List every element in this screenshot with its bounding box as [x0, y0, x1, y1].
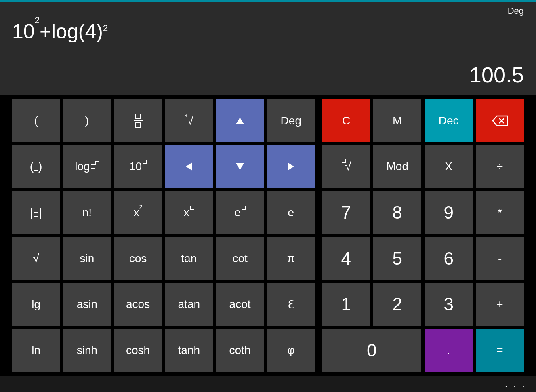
fraction-button[interactable]: [114, 99, 162, 142]
parentheses-placeholder-button[interactable]: (): [12, 145, 60, 188]
sqrt-button[interactable]: √: [12, 237, 60, 280]
x-squared-label: x2: [134, 206, 143, 219]
backspace-icon: [492, 115, 508, 126]
svg-marker-3: [288, 162, 294, 171]
log-base-label: log: [75, 160, 99, 173]
open-paren-button[interactable]: (: [12, 99, 60, 142]
cot-button[interactable]: cot: [216, 237, 264, 280]
arrow-left-icon: [185, 162, 193, 171]
e-power-button[interactable]: e: [216, 191, 264, 234]
cube-root-button[interactable]: 3√: [165, 99, 213, 142]
fraction-icon: [134, 114, 143, 128]
log-base-button[interactable]: log: [63, 145, 111, 188]
expression-part: 10: [12, 20, 35, 43]
angle-mode-button[interactable]: Deg: [267, 99, 315, 142]
factorial-button[interactable]: n!: [63, 191, 111, 234]
add-button[interactable]: +: [476, 283, 524, 326]
digit-4-button[interactable]: 4: [322, 237, 370, 280]
dec-mode-button[interactable]: Dec: [425, 99, 473, 142]
digit-2-button[interactable]: 2: [373, 283, 421, 326]
more-icon: . . .: [505, 378, 526, 390]
ten-power-button[interactable]: 10: [114, 145, 162, 188]
acot-button[interactable]: acot: [216, 283, 264, 326]
ten-power-label: 10: [129, 160, 147, 173]
display-area: Deg 102+log(4)2 100.5: [0, 2, 536, 95]
tan-button[interactable]: tan: [165, 237, 213, 280]
x-variable-button[interactable]: X: [425, 145, 473, 188]
nth-root-icon: √: [341, 160, 351, 173]
expression-text: 102+log(4)2: [12, 20, 108, 43]
digit-6-button[interactable]: 6: [425, 237, 473, 280]
lg-button[interactable]: lg: [12, 283, 60, 326]
digit-9-button[interactable]: 9: [425, 191, 473, 234]
absolute-value-button[interactable]: ||: [12, 191, 60, 234]
paren-box-icon: (): [30, 160, 42, 173]
epsilon-button[interactable]: Ɛ: [267, 283, 315, 326]
abs-icon: ||: [30, 206, 42, 219]
arrow-right-button[interactable]: [267, 145, 315, 188]
sinh-button[interactable]: sinh: [63, 329, 111, 372]
calculator-app: Deg 102+log(4)2 100.5 ( ) 3√ Deg (): [0, 0, 536, 392]
expression-part: +log(4): [40, 20, 103, 43]
close-paren-button[interactable]: ): [63, 99, 111, 142]
divide-button[interactable]: ÷: [476, 145, 524, 188]
digit-0-button[interactable]: 0: [322, 329, 421, 372]
clear-button[interactable]: C: [322, 99, 370, 142]
digit-3-button[interactable]: 3: [425, 283, 473, 326]
x-power-label: x: [184, 206, 194, 219]
sin-button[interactable]: sin: [63, 237, 111, 280]
digit-1-button[interactable]: 1: [322, 283, 370, 326]
coth-button[interactable]: coth: [216, 329, 264, 372]
equals-button[interactable]: =: [476, 329, 524, 372]
asin-button[interactable]: asin: [63, 283, 111, 326]
digit-5-button[interactable]: 5: [373, 237, 421, 280]
svg-marker-2: [236, 163, 244, 170]
mod-button[interactable]: Mod: [373, 145, 421, 188]
scientific-panel: ( ) 3√ Deg () log 10: [12, 99, 315, 372]
angle-mode-label: Deg: [508, 6, 524, 16]
arrow-up-icon: [235, 117, 245, 125]
result-text: 100.5: [469, 62, 524, 87]
cosh-button[interactable]: cosh: [114, 329, 162, 372]
multiply-button[interactable]: *: [476, 191, 524, 234]
tanh-button[interactable]: tanh: [165, 329, 213, 372]
backspace-button[interactable]: [476, 99, 524, 142]
numeric-panel: C M Dec √ Mod X ÷ 7 8 9 * 4: [322, 99, 524, 372]
x-squared-button[interactable]: x2: [114, 191, 162, 234]
acos-button[interactable]: acos: [114, 283, 162, 326]
pi-button[interactable]: π: [267, 237, 315, 280]
memory-button[interactable]: M: [373, 99, 421, 142]
x-power-button[interactable]: x: [165, 191, 213, 234]
cos-button[interactable]: cos: [114, 237, 162, 280]
digit-8-button[interactable]: 8: [373, 191, 421, 234]
arrow-down-icon: [235, 162, 245, 171]
svg-marker-1: [186, 162, 192, 171]
arrow-right-icon: [287, 162, 295, 171]
cube-root-icon: 3√: [185, 114, 193, 127]
expression-exponent: 2: [103, 23, 108, 33]
keypad: ( ) 3√ Deg () log 10: [0, 95, 536, 376]
arrow-left-button[interactable]: [165, 145, 213, 188]
e-power-label: e: [234, 206, 246, 219]
arrow-up-button[interactable]: [216, 99, 264, 142]
ln-button[interactable]: ln: [12, 329, 60, 372]
phi-button[interactable]: φ: [267, 329, 315, 372]
nth-root-button[interactable]: √: [322, 145, 370, 188]
arrow-down-button[interactable]: [216, 145, 264, 188]
svg-marker-0: [236, 118, 244, 124]
expression-exponent: 2: [35, 15, 40, 25]
e-constant-button[interactable]: e: [267, 191, 315, 234]
digit-7-button[interactable]: 7: [322, 191, 370, 234]
atan-button[interactable]: atan: [165, 283, 213, 326]
decimal-point-button[interactable]: .: [425, 329, 473, 372]
subtract-button[interactable]: -: [476, 237, 524, 280]
app-bar[interactable]: . . .: [0, 376, 536, 392]
